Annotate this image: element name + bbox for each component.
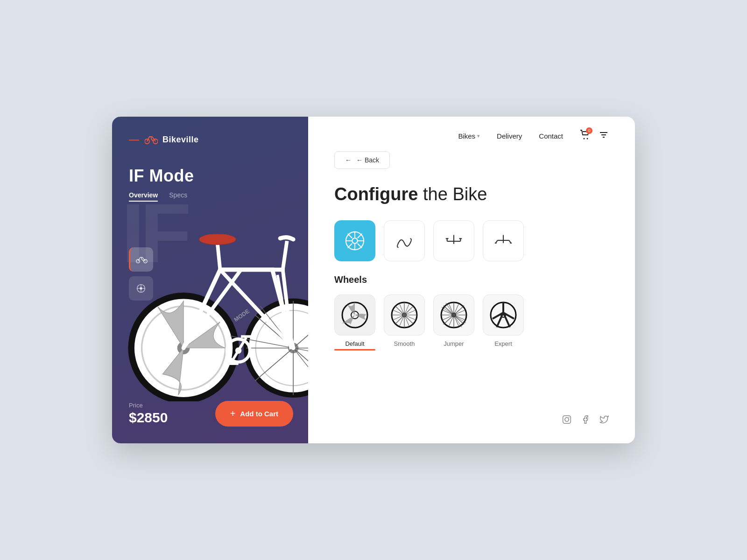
- svg-point-92: [569, 417, 570, 418]
- logo-dash-icon: —: [129, 133, 139, 146]
- back-label: ← Back: [356, 156, 379, 164]
- svg-point-7: [140, 287, 142, 290]
- wheel-option-default[interactable]: Default: [334, 294, 375, 350]
- tab-specs[interactable]: Specs: [169, 191, 187, 202]
- twitter-icon[interactable]: [599, 415, 609, 427]
- logo-label: Bikeville: [162, 135, 199, 145]
- wheel-circle-smooth: [384, 294, 425, 336]
- chevron-down-icon: ▾: [477, 133, 480, 139]
- nav-bikes[interactable]: Bikes ▾: [458, 132, 480, 140]
- nav-bar: Bikes ▾ Delivery Contact 0: [334, 117, 609, 151]
- config-btn-handlebar1[interactable]: [384, 220, 425, 261]
- main-card: IF — Bikeville IF Mode Overview Specs: [112, 117, 635, 443]
- handlebar1-icon: [394, 231, 415, 251]
- wheel-option-expert[interactable]: Expert: [483, 294, 524, 350]
- price-value: $2850: [129, 410, 168, 426]
- logo-bike-icon: [145, 135, 158, 144]
- plus-icon: +: [230, 408, 236, 419]
- wheel-smooth-svg: [390, 301, 419, 329]
- wheel-option-jumper[interactable]: Jumper: [433, 294, 474, 350]
- config-icons-row: [334, 220, 609, 261]
- tab-overview[interactable]: Overview: [129, 191, 158, 202]
- nav-icons: 0: [580, 130, 609, 142]
- thumb-bike-full[interactable]: [129, 247, 153, 272]
- config-btn-handlebar3[interactable]: [483, 220, 524, 261]
- config-btn-handlebar2[interactable]: [433, 220, 474, 261]
- wheel-circle-expert: [483, 294, 524, 336]
- wheel-label-smooth: Smooth: [394, 340, 415, 347]
- add-cart-label: Add to Cart: [240, 410, 278, 418]
- wheel-jumper-svg: [439, 301, 468, 329]
- price-label: Price: [129, 402, 168, 409]
- config-btn-wheels[interactable]: [334, 220, 375, 261]
- svg-line-20: [218, 244, 220, 270]
- logo-area: — Bikeville: [129, 133, 293, 146]
- svg-line-44: [358, 243, 362, 248]
- wheels-section-label: Wheels: [334, 274, 609, 285]
- price-block: Price $2850: [129, 402, 168, 426]
- svg-point-38: [352, 238, 357, 243]
- cart-badge: 0: [586, 127, 592, 134]
- wheel-label-jumper: Jumper: [444, 340, 464, 347]
- cart-icon-wrap[interactable]: 0: [580, 130, 590, 142]
- svg-point-91: [565, 418, 569, 421]
- price-add-row: Price $2850 + Add to Cart: [129, 401, 293, 427]
- wheel-selected-indicator: [334, 349, 375, 350]
- nav-contact[interactable]: Contact: [539, 132, 563, 140]
- handlebar3-icon: [493, 231, 514, 251]
- configure-rest: the Bike: [423, 184, 487, 204]
- svg-point-2: [136, 259, 139, 263]
- view-thumbs: [129, 247, 153, 301]
- product-title-area: IF Mode Overview Specs: [129, 166, 293, 202]
- nav-delivery[interactable]: Delivery: [497, 132, 522, 140]
- svg-line-45: [358, 233, 362, 238]
- wheel-default-svg: [340, 301, 369, 329]
- thumb-bike-detail[interactable]: [129, 276, 153, 301]
- wheel-circle-default: [334, 294, 375, 336]
- tabs-row: Overview Specs: [129, 191, 293, 202]
- instagram-icon[interactable]: [562, 415, 571, 427]
- handlebar2-icon: [444, 231, 464, 251]
- filter-icon-wrap[interactable]: [599, 130, 609, 142]
- wheel-label-expert: Expert: [494, 340, 512, 347]
- svg-point-33: [587, 138, 588, 140]
- social-row: [562, 415, 609, 427]
- svg-point-32: [584, 138, 585, 140]
- right-panel: Bikes ▾ Delivery Contact 0: [308, 117, 635, 443]
- wheel-expert-svg: [489, 301, 518, 329]
- bike-image: MODE: [126, 201, 308, 401]
- back-arrow-icon: ←: [345, 156, 352, 164]
- wheels-row: Default: [334, 294, 609, 350]
- svg-line-22: [283, 241, 287, 270]
- svg-line-43: [348, 233, 352, 238]
- svg-line-46: [348, 243, 352, 248]
- wheel-circle-jumper: [433, 294, 474, 336]
- left-panel: IF — Bikeville IF Mode Overview Specs: [112, 117, 308, 443]
- wheel-icon: [345, 231, 365, 251]
- back-button[interactable]: ← ← Back: [334, 151, 390, 169]
- facebook-icon[interactable]: [581, 415, 590, 427]
- filter-icon: [599, 130, 609, 140]
- configure-title: Configure the Bike: [334, 184, 609, 205]
- svg-text:MODE: MODE: [233, 308, 251, 323]
- configure-bold: Configure: [334, 184, 418, 204]
- add-to-cart-button[interactable]: + Add to Cart: [215, 401, 293, 427]
- wheel-label-default: Default: [345, 340, 364, 347]
- svg-rect-90: [563, 416, 571, 424]
- product-name: IF Mode: [129, 166, 293, 186]
- wheel-option-smooth[interactable]: Smooth: [384, 294, 425, 350]
